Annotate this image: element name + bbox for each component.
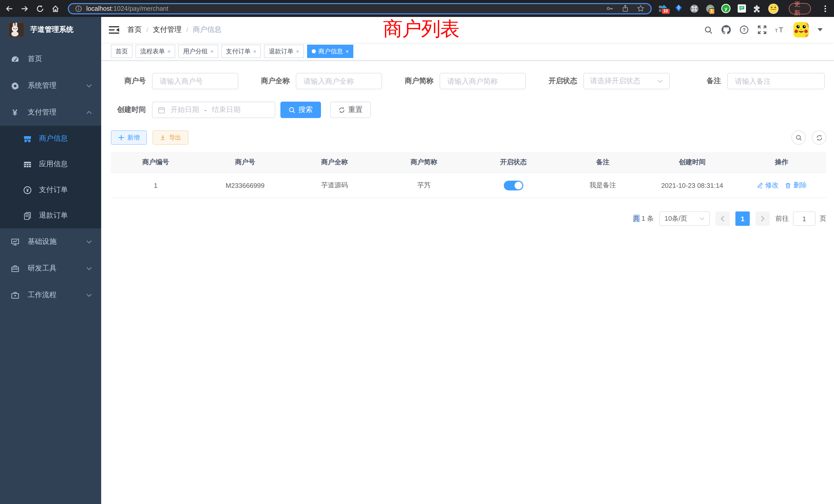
field-label: 创建时间 <box>111 105 152 114</box>
svg-text:T: T <box>779 26 783 34</box>
font-size-icon[interactable]: TT <box>775 25 785 35</box>
filter-short-name: 商户简称 <box>398 73 526 89</box>
share-icon[interactable] <box>621 5 629 12</box>
delete-icon <box>785 182 791 189</box>
extension-kite-icon[interactable] <box>674 4 683 13</box>
column-header: 商户全称 <box>290 158 379 167</box>
cell-merchant-no: M233666999 <box>200 181 290 189</box>
close-icon[interactable]: × <box>253 48 257 54</box>
merchant-no-input[interactable] <box>159 76 232 86</box>
fullscreen-icon[interactable] <box>758 25 767 35</box>
store-icon <box>23 134 32 143</box>
dashboard-icon <box>10 55 20 63</box>
show-search-button[interactable] <box>791 130 806 145</box>
browser-menu-icon[interactable] <box>822 4 829 13</box>
table-toolbar: 新增 导出 <box>111 130 826 145</box>
user-avatar[interactable] <box>793 22 809 38</box>
sidebar-item-dev-tools[interactable]: 研发工具 <box>0 255 101 282</box>
password-key-icon[interactable] <box>606 5 613 12</box>
url-bar[interactable]: localhost:1024/pay/merchant <box>68 3 652 14</box>
edit-link[interactable]: 修改 <box>756 181 778 190</box>
extension-tabs-icon[interactable]: 10 <box>658 4 667 13</box>
sidebar-fold-icon[interactable] <box>109 25 119 34</box>
close-icon[interactable]: × <box>210 48 214 54</box>
prev-page-button[interactable] <box>716 211 730 226</box>
tab-merchant-info[interactable]: 商户信息× <box>307 45 354 58</box>
help-icon[interactable]: ? <box>740 25 749 35</box>
extension-y-icon[interactable]: y <box>721 4 730 13</box>
sidebar-item-merchant-info[interactable]: 商户信息 <box>0 126 101 152</box>
search-icon <box>289 107 295 113</box>
sidebar-item-workflow[interactable]: 工作流程 <box>0 282 101 308</box>
reload-icon[interactable] <box>36 4 44 13</box>
extensions-puzzle-icon[interactable] <box>753 4 761 13</box>
search-button[interactable]: 搜索 <box>280 101 321 118</box>
sidebar-item-pay-order[interactable]: ¥ 支付订单 <box>0 177 101 203</box>
close-icon[interactable]: × <box>296 48 300 54</box>
sidebar-item-app-info[interactable]: 应用信息 <box>0 152 101 177</box>
page-number-1[interactable]: 1 <box>736 211 750 226</box>
sidebar-item-home[interactable]: 首页 <box>0 46 101 72</box>
tab-process-form[interactable]: 流程表单× <box>136 45 175 58</box>
cell-remark: 我是备注 <box>558 181 647 190</box>
sidebar-item-system[interactable]: 系统管理 <box>0 72 101 99</box>
page-size-select[interactable]: 10条/页 <box>659 211 710 226</box>
cell-actions: 修改 删除 <box>737 181 826 190</box>
full-name-input[interactable] <box>303 76 375 86</box>
pay-submenu: 商户信息 应用信息 ¥ 支付订单 <box>0 126 101 228</box>
grid-icon <box>23 160 32 168</box>
switch-knob <box>514 181 522 189</box>
forward-icon[interactable] <box>21 4 29 13</box>
filter-row-2: 创建时间 开始日期 - 结束日期 搜索 重置 <box>111 101 826 118</box>
delete-link[interactable]: 删除 <box>785 181 807 190</box>
reset-button[interactable]: 重置 <box>330 101 371 118</box>
table-header-row: 商户编号 商户号 商户全称 商户简称 开启状态 备注 创建时间 操作 <box>111 152 826 173</box>
pagination: 共 1 条 10条/页 1 前往 页 <box>111 211 826 226</box>
extension-chat-icon[interactable] <box>737 4 746 13</box>
briefcase-icon <box>10 291 20 299</box>
profile-avatar[interactable] <box>768 3 779 14</box>
caret-down-icon[interactable] <box>817 28 823 31</box>
search-icon[interactable] <box>704 25 713 35</box>
breadcrumb-home[interactable]: 首页 <box>127 25 142 35</box>
remark-input[interactable] <box>734 76 818 86</box>
close-icon[interactable]: × <box>346 48 349 54</box>
column-header: 操作 <box>737 158 826 167</box>
svg-text:¥: ¥ <box>26 188 28 193</box>
next-page-button[interactable] <box>755 211 770 226</box>
extension-command-icon[interactable] <box>689 4 699 13</box>
plus-icon <box>118 135 124 141</box>
home-icon[interactable] <box>51 4 60 13</box>
tab-user-group[interactable]: 用户分组× <box>178 45 218 58</box>
omnibox-actions <box>606 5 644 12</box>
field-label: 商户号 <box>111 76 152 86</box>
create-time-range-picker[interactable]: 开始日期 - 结束日期 <box>152 101 275 118</box>
tab-home[interactable]: 首页 <box>111 45 132 58</box>
add-button[interactable]: 新增 <box>111 130 147 145</box>
back-icon[interactable] <box>5 4 13 13</box>
sidebar-item-refund-order[interactable]: 退款订单 <box>0 203 101 228</box>
site-info-icon[interactable] <box>75 5 82 12</box>
annotation-merchant-list: 商户列表 <box>383 16 459 42</box>
tab-refund-order[interactable]: 退款订单× <box>264 45 304 58</box>
goto-page-input[interactable] <box>793 211 815 226</box>
navbar-actions: ? TT <box>704 22 823 38</box>
close-icon[interactable]: × <box>168 48 171 54</box>
tab-pay-order[interactable]: 支付订单× <box>221 45 261 58</box>
screen: localhost:1024/pay/merchant 10 <box>0 0 834 504</box>
bookmark-star-icon[interactable] <box>637 5 644 12</box>
status-switch[interactable] <box>504 180 523 190</box>
refresh-table-button[interactable] <box>812 130 826 145</box>
sidebar-item-infra[interactable]: 基础设施 <box>0 228 101 255</box>
extension-recorder-icon[interactable]: 1 <box>705 4 715 13</box>
sidebar-item-pay[interactable]: ¥ 支付管理 <box>0 99 101 126</box>
app-logo[interactable]: 芋道管理系统 <box>0 17 101 43</box>
breadcrumb-pay[interactable]: 支付管理 <box>153 25 181 35</box>
github-icon[interactable] <box>722 25 731 35</box>
column-header: 开启状态 <box>468 158 558 167</box>
short-name-input[interactable] <box>446 76 519 86</box>
export-button[interactable]: 导出 <box>153 130 189 145</box>
browser-update-button[interactable]: 更新 <box>789 3 811 14</box>
status-select[interactable]: 请选择开启状态 <box>584 73 670 89</box>
breadcrumb-separator: / <box>146 26 148 33</box>
